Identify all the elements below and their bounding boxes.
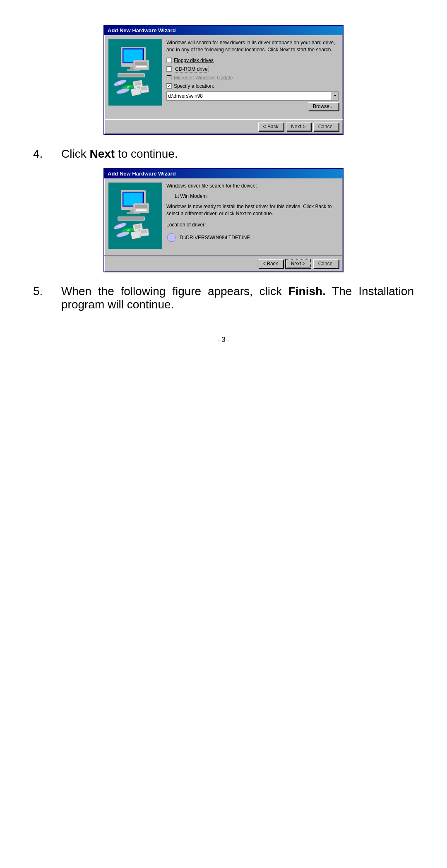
dialog2-back-button[interactable]: < Back	[258, 259, 283, 268]
checkbox-floppy-label: Floppy disk drives	[174, 58, 214, 63]
checkbox-cdrom-row: CD-ROM drive	[166, 66, 339, 72]
dialog2: Add New Hardware Wizard	[103, 168, 344, 272]
dialog1-buttons: < Back Next > Cancel	[104, 119, 343, 134]
step5-bold: Finish.	[288, 285, 326, 298]
dropdown-arrow-icon[interactable]: ▼	[332, 92, 338, 100]
svg-rect-42	[135, 205, 147, 208]
dialog1-next-button[interactable]: Next >	[286, 123, 311, 131]
dialog1-cancel-button[interactable]: Cancel	[313, 123, 339, 131]
svg-rect-8	[118, 74, 144, 77]
dialog2-title: Add New Hardware Wizard	[108, 171, 176, 177]
location-input[interactable]	[167, 92, 332, 100]
dialog2-body: Windows driver file search for the devic…	[104, 178, 343, 253]
location-dropdown[interactable]: ▼	[166, 91, 339, 101]
cd-drive-icon	[166, 233, 176, 243]
checkbox-location-label: Specify a location:	[174, 83, 214, 89]
svg-rect-21	[136, 66, 147, 67]
step4: 4. Click Next to continue.	[33, 147, 414, 161]
step4-bold: Next	[89, 147, 115, 160]
dialog1: Add New Hardware Wizard	[103, 25, 344, 135]
checkbox-winupdate-row: Microsoft Windows Update	[166, 75, 339, 81]
dialog1-body: Windows will search for new drivers in i…	[104, 35, 343, 116]
dialog2-image	[108, 183, 162, 249]
checkbox-floppy[interactable]	[166, 58, 172, 63]
browse-btn-row: Browse...	[166, 102, 339, 111]
dialog2-content: Windows driver file search for the devic…	[166, 183, 339, 249]
checkbox-location[interactable]	[166, 83, 172, 89]
svg-rect-20	[135, 62, 147, 65]
step5-text: When the following figure appears, click	[61, 285, 288, 298]
step5: 5. When the following figure appears, cl…	[33, 285, 414, 311]
checkbox-winupdate-label: Microsoft Windows Update	[174, 75, 233, 81]
driver-location-row: D:\DRIVERS\WIN98\LTDFT.INF	[166, 233, 339, 243]
checkbox-cdrom-label: CD-ROM drive	[174, 66, 209, 72]
dialog2-titlebar: Add New Hardware Wizard	[104, 169, 343, 178]
dialog2-next-button[interactable]: Next >	[286, 259, 311, 268]
browse-button[interactable]: Browse...	[308, 102, 339, 111]
step4-text2: to continue.	[115, 147, 178, 160]
checkbox-winupdate	[166, 75, 172, 80]
svg-rect-39	[141, 229, 147, 233]
dialog1-back-button[interactable]: < Back	[258, 123, 284, 131]
dialog2-driver-path: D:\DRIVERS\WIN98\LTDFT.INF	[180, 235, 250, 240]
step5-number: 5.	[33, 285, 50, 298]
dialog2-ready-text: Windows is now ready to install the best…	[166, 203, 339, 217]
step4-number: 4.	[33, 147, 50, 161]
step4-text: Click	[61, 147, 89, 160]
dialog2-cancel-button[interactable]: Cancel	[313, 259, 339, 268]
checkbox-location-row: Specify a location:	[166, 83, 339, 89]
dialog2-device-name: Lt Win Modem	[175, 193, 339, 199]
checkbox-cdrom[interactable]	[166, 66, 172, 72]
svg-point-46	[171, 237, 172, 238]
dialog2-search-text: Windows driver file search for the devic…	[166, 183, 339, 190]
dialog1-image	[108, 39, 162, 106]
svg-rect-30	[118, 217, 144, 220]
checkbox-floppy-row: Floppy disk drives	[166, 58, 339, 63]
dialog1-title: Add New Hardware Wizard	[108, 27, 176, 34]
dialog2-location-label: Location of driver:	[166, 221, 339, 228]
svg-rect-43	[136, 209, 147, 211]
page-number: - 3 -	[33, 336, 414, 344]
dialog1-description: Windows will search for new drivers in i…	[166, 39, 339, 53]
svg-rect-17	[141, 86, 147, 90]
step5-content: When the following figure appears, click…	[61, 285, 414, 311]
dialog1-content: Windows will search for new drivers in i…	[166, 39, 339, 112]
dialog1-titlebar: Add New Hardware Wizard	[104, 26, 343, 35]
dialog2-buttons: < Back Next > Cancel	[104, 256, 343, 272]
step4-content: Click Next to continue.	[61, 147, 178, 161]
